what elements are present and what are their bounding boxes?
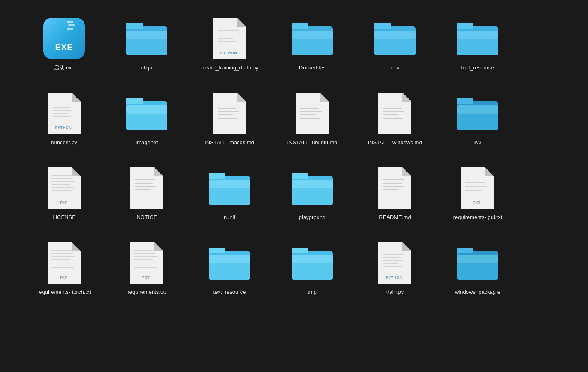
file-item-text-resource[interactable]: text_resource bbox=[190, 237, 269, 299]
svg-rect-8 bbox=[126, 31, 167, 39]
label-requirements-torch: requirements- torch.txt bbox=[37, 289, 91, 296]
svg-rect-118 bbox=[457, 248, 473, 253]
icon-playground bbox=[289, 165, 335, 211]
icon-install-ubuntu bbox=[289, 91, 335, 136]
file-item-install-windows[interactable]: INSTALL- windows.md bbox=[356, 87, 434, 150]
icon-train-py: PYTHON bbox=[372, 240, 418, 286]
label-iw3: iw3 bbox=[473, 139, 482, 146]
svg-rect-108 bbox=[292, 248, 308, 253]
file-item-notice[interactable]: NOTICE bbox=[108, 162, 186, 224]
icon-env bbox=[372, 16, 418, 61]
svg-rect-53 bbox=[457, 98, 473, 104]
label-playground: playground bbox=[299, 214, 325, 221]
icon-requirements-txt: TXT bbox=[124, 240, 170, 286]
label-install-macos: INSTALL- macos.md bbox=[205, 139, 254, 146]
svg-rect-18 bbox=[292, 31, 333, 39]
svg-text:PYTHON: PYTHON bbox=[220, 51, 237, 55]
file-item-train-py[interactable]: PYTHON train.py bbox=[356, 237, 434, 299]
label-font-resource: font_resource bbox=[461, 64, 494, 72]
file-item-playground[interactable]: playground bbox=[273, 162, 351, 224]
label-windows-package: windows_packag e bbox=[455, 289, 500, 296]
file-item-requirements-torch[interactable]: TXT requirements- torch.txt bbox=[25, 237, 103, 299]
icon-font-resource bbox=[455, 16, 500, 61]
icon-qidong-exe: EXE bbox=[41, 16, 87, 61]
svg-rect-20 bbox=[374, 23, 391, 29]
svg-rect-70 bbox=[209, 173, 225, 179]
svg-text:PYTHON: PYTHON bbox=[386, 275, 403, 279]
icon-nunif bbox=[207, 165, 252, 211]
label-env: env bbox=[391, 64, 399, 72]
label-install-windows: INSTALL- windows.md bbox=[368, 139, 422, 146]
icon-tmp bbox=[289, 240, 335, 286]
label-readme: README.md bbox=[379, 214, 411, 221]
file-item-tmp[interactable]: tmp bbox=[273, 237, 351, 299]
file-item-create-training[interactable]: PYTHON create_training_d ata.py bbox=[190, 12, 269, 75]
file-item-install-macos[interactable]: INSTALL- macos.md bbox=[190, 87, 269, 150]
svg-rect-16 bbox=[292, 23, 308, 29]
svg-rect-36 bbox=[126, 105, 167, 114]
file-item-hubconf-py[interactable]: PYTHON hubconf.py bbox=[25, 87, 103, 150]
file-item-font-resource[interactable]: font_resource bbox=[438, 12, 517, 75]
file-item-cliqa[interactable]: cliqa bbox=[108, 12, 186, 75]
file-item-imagenet[interactable]: imagenet bbox=[108, 87, 186, 150]
file-item-requirements-gui[interactable]: TXT requirements- gui.txt bbox=[438, 162, 517, 224]
svg-rect-74 bbox=[292, 173, 308, 179]
icon-install-windows bbox=[372, 91, 418, 136]
svg-rect-34 bbox=[126, 98, 143, 104]
svg-text:TXT: TXT bbox=[473, 200, 481, 205]
file-item-readme[interactable]: README.md bbox=[356, 162, 434, 224]
svg-rect-2 bbox=[68, 24, 75, 26]
svg-text:EXE: EXE bbox=[55, 43, 73, 52]
svg-rect-24 bbox=[457, 23, 473, 29]
icon-windows-package bbox=[455, 240, 500, 286]
icon-hubconf-py: PYTHON bbox=[41, 91, 87, 136]
label-license: LICENSE bbox=[53, 214, 76, 221]
icon-install-macos bbox=[207, 91, 252, 136]
svg-text:TXT: TXT bbox=[60, 200, 67, 205]
icon-readme bbox=[372, 165, 418, 211]
svg-rect-0 bbox=[43, 18, 85, 59]
svg-rect-55 bbox=[457, 105, 498, 114]
icon-dockerfiles bbox=[289, 16, 335, 61]
file-item-dockerfiles[interactable]: Dockerfiles bbox=[273, 12, 351, 75]
svg-rect-22 bbox=[374, 31, 416, 39]
icon-imagenet bbox=[124, 91, 170, 136]
icon-create-training: PYTHON bbox=[207, 16, 252, 61]
svg-rect-110 bbox=[292, 255, 333, 263]
svg-rect-72 bbox=[209, 180, 250, 188]
file-item-install-ubuntu[interactable]: INSTALL- ubuntu.md bbox=[273, 87, 351, 150]
icon-requirements-torch: TXT bbox=[41, 240, 87, 286]
icon-license: TXT bbox=[41, 165, 87, 211]
label-requirements-txt: requirements.txt bbox=[127, 289, 166, 296]
svg-rect-1 bbox=[67, 21, 73, 23]
label-create-training: create_training_d ata.py bbox=[201, 64, 258, 72]
file-item-iw3[interactable]: iw3 bbox=[438, 87, 517, 150]
svg-rect-26 bbox=[457, 31, 498, 39]
label-cliqa: cliqa bbox=[141, 64, 153, 72]
file-item-windows-package[interactable]: windows_packag e bbox=[438, 237, 517, 299]
icon-notice bbox=[124, 165, 170, 211]
svg-rect-3 bbox=[67, 28, 73, 30]
file-item-nunif[interactable]: nunif bbox=[190, 162, 269, 224]
label-train-py: train.py bbox=[386, 289, 404, 296]
icon-iw3 bbox=[455, 91, 500, 136]
file-item-license[interactable]: TXT LICENSE bbox=[25, 162, 103, 224]
label-dockerfiles: Dockerfiles bbox=[299, 64, 325, 72]
label-qidong-exe: 启动.exe bbox=[54, 64, 75, 72]
svg-rect-106 bbox=[209, 255, 250, 263]
svg-text:PYTHON: PYTHON bbox=[55, 126, 72, 130]
file-item-qidong-exe[interactable]: EXE 启动.exe bbox=[25, 12, 103, 75]
icon-requirements-gui: TXT bbox=[455, 165, 500, 211]
svg-rect-120 bbox=[457, 255, 498, 263]
icon-cliqa bbox=[124, 16, 170, 61]
file-grid: EXE 启动.exe cliqa PYTHON create_training_… bbox=[25, 12, 563, 299]
svg-text:TXT: TXT bbox=[142, 275, 150, 279]
label-nunif: nunif bbox=[224, 214, 235, 221]
label-tmp: tmp bbox=[308, 289, 317, 296]
file-item-env[interactable]: env bbox=[356, 12, 434, 75]
label-requirements-gui: requirements- gui.txt bbox=[453, 214, 502, 221]
svg-rect-6 bbox=[126, 23, 143, 29]
label-install-ubuntu: INSTALL- ubuntu.md bbox=[287, 139, 337, 146]
label-hubconf-py: hubconf.py bbox=[51, 139, 77, 146]
file-item-requirements-txt[interactable]: TXT requirements.txt bbox=[108, 237, 186, 299]
